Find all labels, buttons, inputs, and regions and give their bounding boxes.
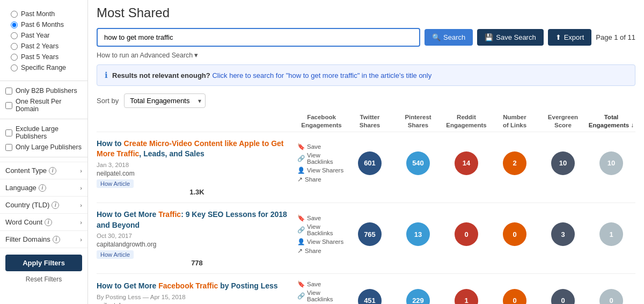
save-icon: 🔖 [297,143,305,150]
article-row: How to Create Micro-Video Content like A… [97,132,635,203]
article-row: How to Get More Traffic: 9 Key SEO Lesso… [97,203,635,274]
info-circle-icon: ℹ [105,70,108,80]
sort-dropdown[interactable]: Total Engagements [124,93,206,108]
article-row: How to Get More Facebook Traffic by Post… [97,274,635,304]
article-info: How to Create Micro-Video Content like A… [97,139,297,188]
save-action[interactable]: 🔖 Save [297,280,346,288]
metric-evergreen: 1 [587,222,635,246]
save-action[interactable]: 🔖 Save [297,214,346,222]
radio-past-6-months[interactable]: Past 6 Months [5,19,82,30]
radio-specific-range[interactable]: Specific Range [5,62,82,73]
page-title: Most Shared [97,5,635,20]
checkbox-exclude-large[interactable]: Exclude Large Publishers [0,124,87,142]
filter-content-type[interactable]: Content Type i › [0,162,87,179]
col-header-links: Numberof Links [491,113,539,129]
content-type-label: Content Type [5,167,47,175]
radio-past-month[interactable]: Past Month [5,9,82,19]
word-count-info-icon: i [45,219,52,226]
filter-language[interactable]: Language i › [0,179,87,196]
language-chevron-icon: › [80,185,82,191]
export-icon: ⬆ [555,33,561,41]
export-button[interactable]: ⬆ Export [548,29,592,46]
share2-icon: ↗ [297,176,303,183]
view-backlinks-action[interactable]: 🔗 View Backlinks [297,289,346,302]
sidebar: Past Month Past 6 Months Past Year Past … [0,0,88,304]
search-button[interactable]: 🔍 Search [425,29,473,46]
radio-past-5-years-label: Past 5 Years [21,53,58,61]
country-chevron-icon: › [80,202,82,208]
metric-facebook: 451 [346,289,394,304]
metric-pinterest: 0 [442,222,491,246]
word-count-label: Word Count [5,218,42,226]
metric-total: 1.3K [97,188,297,196]
article-tag: How Article [97,250,134,259]
col-header-reddit: RedditEngagements [442,113,491,129]
radio-past-5-years[interactable]: Past 5 Years [5,52,82,62]
metric-reddit: 0 [491,289,539,304]
search-input[interactable] [97,28,420,47]
date-range-section: Past Month Past 6 Months Past Year Past … [0,5,87,76]
col-header-total[interactable]: TotalEngagements [587,113,635,129]
article-title[interactable]: How to Get More Facebook Traffic by Post… [97,281,292,292]
article-domain[interactable]: capitalandgrowth.org [97,241,292,248]
metric-facebook: 601 [346,151,394,175]
metric-twitter: 229 [394,289,442,304]
save-icon: 💾 [485,33,493,41]
metric-reddit: 2 [491,151,539,175]
sort-dropdown-wrapper[interactable]: Total Engagements [124,93,206,108]
view-backlinks-action[interactable]: 🔗 View Backlinks [297,152,346,165]
main-content: Most Shared 🔍 Search 💾 Save Search ⬆ Exp… [88,0,644,304]
language-info-icon: i [39,184,46,192]
metric-links: 10 [539,151,587,175]
article-info: How to Get More Facebook Traffic by Post… [97,281,297,304]
metric-facebook: 765 [346,222,394,246]
article-domain[interactable]: neilpatel.com [97,170,292,177]
radio-past-2-years[interactable]: Past 2 Years [5,41,82,52]
radio-past-2-years-label: Past 2 Years [21,42,58,50]
search-bar-row: 🔍 Search 💾 Save Search ⬆ Export Page 1 o… [97,28,635,47]
article-title[interactable]: How to Create Micro-Video Content like A… [97,139,292,160]
col-header-evergreen: EvergreenScore [539,113,587,129]
content-type-chevron-icon: › [80,168,82,174]
col-header-title [97,113,297,129]
metric-pinterest: 14 [442,151,491,175]
checkbox-one-result-per-domain[interactable]: One Result Per Domain [0,96,87,114]
advanced-search-link[interactable]: How to run an Advanced Search ▾ [97,51,635,59]
metric-links: 3 [539,222,587,246]
view-backlinks-action[interactable]: 🔗 View Backlinks [297,223,346,236]
col-header-pinterest: PinterestShares [394,113,442,129]
radio-specific-range-label: Specific Range [21,64,66,71]
apply-filters-button[interactable]: Apply Filters [5,255,82,271]
share-action[interactable]: ↗ Share [297,176,346,183]
view-sharers-action[interactable]: 👤 View Sharers [297,238,346,245]
article-domain[interactable]: neilpatel.com [97,302,292,304]
reset-filters-link[interactable]: Reset Filters [0,273,87,285]
radio-past-year[interactable]: Past Year [5,30,82,41]
save-search-button[interactable]: 💾 Save Search [477,29,543,46]
checkbox-exclude-large-label: Exclude Large Publishers [16,125,82,140]
alert-box: ℹ Results not relevant enough? Click her… [97,64,635,86]
filter-country[interactable]: Country (TLD) i › [0,196,87,213]
filter-domains[interactable]: Filter Domains i › [0,230,87,248]
view-sharers-action[interactable]: 👤 View Sharers [297,167,346,174]
checkbox-only-large[interactable]: Only Large Publishers [0,142,87,153]
filter-word-count[interactable]: Word Count i › [0,213,87,230]
checkbox-b2b-publishers[interactable]: Only B2B Publishers [0,85,87,96]
alert-text: Results not relevant enough? Click here … [112,71,431,79]
save-icon: 🔖 [297,280,305,288]
metric-total: 778 [97,259,297,267]
alert-link[interactable]: Click here to search for "how to get mor… [212,71,431,79]
col-header-twitter: TwitterShares [346,113,394,129]
content-type-info-icon: i [49,167,56,175]
language-label: Language [5,184,36,192]
article-title[interactable]: How to Get More Traffic: 9 Key SEO Lesso… [97,209,292,230]
article-actions: 🔖 Save 🔗 View Backlinks 👤 View Sharers ↗… [297,214,346,255]
article-info: How to Get More Traffic: 9 Key SEO Lesso… [97,209,297,259]
metric-pinterest: 1 [442,289,491,304]
checkbox-one-result-label: One Result Per Domain [16,98,82,113]
radio-past-month-label: Past Month [21,10,55,18]
metric-twitter: 540 [394,151,442,175]
save-action[interactable]: 🔖 Save [297,143,346,150]
share-action[interactable]: ↗ Share [297,247,346,255]
sort-row: Sort by Total Engagements [97,93,635,108]
